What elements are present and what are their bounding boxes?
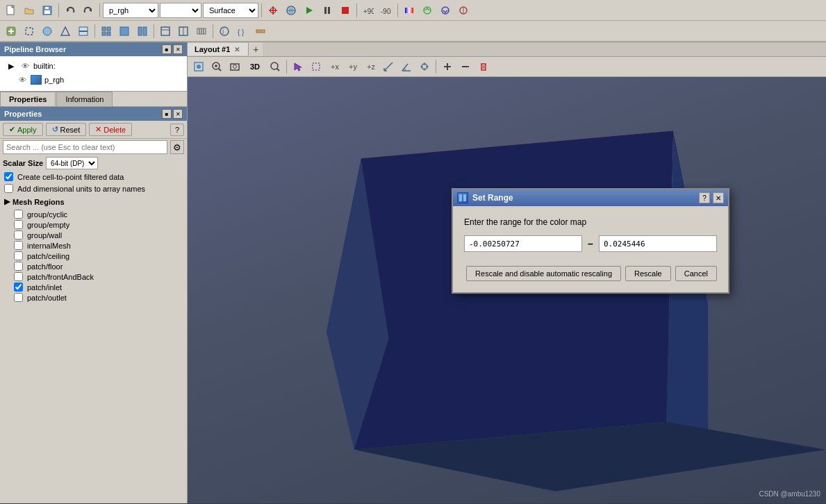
vp-zoom-fit-btn[interactable] [267,58,283,75]
vp-minus-btn[interactable] [457,58,474,75]
array-dropdown[interactable] [160,3,201,18]
region-group-empty-label: group/empty [27,221,69,229]
svg-rect-31 [107,32,110,35]
vp-probe-btn[interactable] [416,58,433,75]
python-btn[interactable]: { } [234,23,251,40]
animation-btn[interactable] [193,23,210,40]
annotation-btn[interactable]: i [216,23,233,40]
properties-section: Properties ■ ✕ ✔ Apply ↺ Reset ✕ De [0,107,187,503]
auto-rescale-btn[interactable] [437,2,454,19]
rotate-cw-btn[interactable]: +90 [360,2,377,19]
tree-item-prgh[interactable]: 👁 p_rgh [3,73,184,87]
checkbox-cell-to-point-input[interactable] [4,172,13,181]
region-patch-outlet-check[interactable] [14,293,23,302]
vp-orient-y-btn[interactable]: +y [344,58,361,75]
region-patch-inlet-label: patch/inlet [27,283,62,292]
rescale-btn-dialog[interactable]: Rescale [625,266,671,281]
region-internal-mesh-check[interactable] [14,241,23,250]
color-legend-btn[interactable] [401,2,418,19]
help-btn[interactable]: ? [170,124,184,136]
vp-rubber-band-btn[interactable] [308,58,324,75]
vp-angle-btn[interactable] [398,58,415,75]
vp-orient-z-btn[interactable]: +z [362,58,379,75]
pipeline-browser-controls: ■ ✕ [162,44,183,54]
apply-btn[interactable]: ✔ Apply [3,123,43,136]
region-group-wall-check[interactable] [14,230,23,240]
region-patch-floor: patch/floor [0,261,187,271]
properties-float-btn[interactable]: ■ [162,109,172,119]
vp-plus-btn[interactable] [439,58,456,75]
rescale-btn[interactable] [419,2,436,19]
clip-btn[interactable] [57,23,74,40]
representation-dropdown[interactable]: Surface [203,3,258,18]
vp-select-btn[interactable] [290,58,306,75]
pipeline-float-btn[interactable]: ■ [162,44,172,54]
view-btn-3[interactable] [134,23,151,40]
reset-btn[interactable]: ↺ Reset [46,123,87,136]
add-viewport-btn[interactable]: + [249,42,263,56]
edit-color-btn[interactable] [455,2,472,19]
svg-point-51 [197,65,201,69]
region-group-empty: group/empty [0,219,187,230]
viewport-tab-layout1[interactable]: Layout #1 ✕ [188,43,249,56]
region-group-cyclic-check[interactable] [14,210,23,219]
rescale-disable-btn[interactable]: Rescale and disable automatic rescaling [466,266,621,281]
pause-btn[interactable] [319,2,336,19]
vp-3d-btn[interactable]: 3D [245,58,265,75]
sphere-btn[interactable] [39,23,56,40]
view-btn-2[interactable] [116,23,133,40]
region-group-empty-check[interactable] [14,220,23,229]
view-btn-1[interactable] [98,23,115,40]
viewport-content[interactable]: Set Range ? ✕ Enter the range for the co… [188,77,826,503]
box-select-btn[interactable] [21,23,38,40]
vp-screencap-btn[interactable] [226,58,243,75]
stop-btn[interactable] [337,2,354,19]
new-btn[interactable] [3,2,19,19]
vp-zoom-btn[interactable] [208,58,225,75]
dialog-max-input[interactable] [599,235,717,252]
open-btn[interactable] [21,2,38,19]
properties-close-btn[interactable]: ✕ [173,109,183,119]
vp-delete-btn[interactable] [475,58,492,75]
tab-properties[interactable]: Properties [0,92,56,106]
new-filter-btn[interactable] [3,23,19,40]
variable-dropdown[interactable]: p_rgh [103,3,158,18]
search-settings-btn[interactable]: ⚙ [170,140,184,154]
vp-reset-camera-btn[interactable] [190,58,207,75]
svg-rect-29 [107,27,110,31]
ruler-btn[interactable] [252,23,269,40]
layout-btn[interactable] [157,23,174,40]
delete-btn[interactable]: ✕ Delete [89,123,132,136]
cancel-btn-dialog[interactable]: Cancel [675,266,717,281]
region-patch-ceiling-check[interactable] [14,251,23,260]
vp-orient-x-btn[interactable]: +x [326,58,342,75]
dialog-help-btn[interactable]: ? [699,192,710,203]
dialog-min-input[interactable] [464,235,582,252]
rotate-ccw-btn[interactable]: -90 [378,2,395,19]
tab-information[interactable]: Information [56,92,113,106]
slice-btn[interactable] [75,23,92,40]
redo-btn[interactable] [80,2,97,19]
vp-measure-btn[interactable] [380,58,397,75]
connect-btn[interactable] [283,2,299,19]
viewport-tab-close-btn[interactable]: ✕ [233,46,241,53]
play-btn[interactable] [301,2,317,19]
tree-label-prgh: p_rgh [44,76,64,84]
scalar-size-dropdown[interactable]: 64-bit (DP) [46,157,98,169]
undo-btn[interactable] [62,2,79,19]
dialog-close-btn[interactable]: ✕ [713,192,724,203]
tree-item-builtin[interactable]: ▶ 👁 builtin: [3,59,184,73]
svg-rect-15 [405,8,413,13]
eye-icon-builtin[interactable]: 👁 [19,60,31,72]
svg-rect-32 [120,27,129,35]
eye-icon-prgh[interactable]: 👁 [17,74,28,85]
pipeline-close-btn[interactable]: ✕ [173,44,183,54]
save-btn[interactable] [39,2,56,19]
reset-camera-btn[interactable] [265,2,281,19]
layout2-btn[interactable] [175,23,192,40]
region-patch-floor-check[interactable] [14,262,23,271]
search-input[interactable] [3,140,167,154]
region-patch-frontandback-check[interactable] [14,272,23,281]
checkbox-dimensional-units-input[interactable] [4,184,13,193]
region-patch-inlet-check[interactable] [14,283,23,292]
